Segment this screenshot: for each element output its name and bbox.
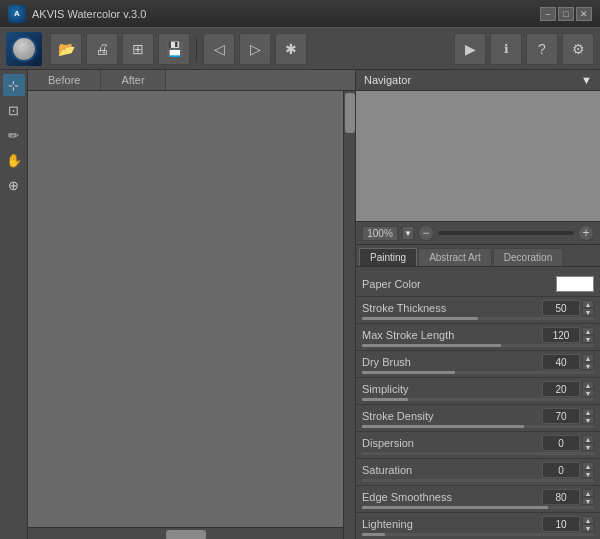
dry-brush-input[interactable] <box>542 354 580 370</box>
batch-button[interactable]: ⊞ <box>122 33 154 65</box>
lightening-input[interactable] <box>542 516 580 532</box>
setting-simplicity: Simplicity ▲ ▼ <box>356 378 600 405</box>
setting-paper-color: Paper Color <box>356 271 600 297</box>
stroke-thickness-spinner: ▲ ▼ <box>582 300 594 316</box>
simplicity-spinner: ▲ ▼ <box>582 381 594 397</box>
tab-abstract-art[interactable]: Abstract Art <box>418 248 492 266</box>
max-stroke-length-input[interactable] <box>542 327 580 343</box>
lightening-up[interactable]: ▲ <box>582 516 594 524</box>
back-button[interactable]: ◁ <box>203 33 235 65</box>
dry-brush-input-row: ▲ ▼ <box>542 354 594 370</box>
stroke-density-input[interactable] <box>542 408 580 424</box>
label-simplicity: Simplicity <box>362 383 542 395</box>
export-button[interactable]: 💾 <box>158 33 190 65</box>
scroll-thumb-h[interactable] <box>166 530 206 539</box>
zoom-tool[interactable]: ⊕ <box>3 174 25 196</box>
prefs-button[interactable]: ⚙ <box>562 33 594 65</box>
play-button[interactable]: ▶ <box>454 33 486 65</box>
zoom-in-button[interactable]: + <box>578 225 594 241</box>
simplicity-slider[interactable] <box>362 398 594 401</box>
settings-button[interactable]: ✱ <box>275 33 307 65</box>
info-button[interactable]: ℹ <box>490 33 522 65</box>
edge-smoothness-input[interactable] <box>542 489 580 505</box>
max-stroke-length-up[interactable]: ▲ <box>582 327 594 335</box>
tab-painting[interactable]: Painting <box>359 248 417 266</box>
stroke-thickness-fill <box>362 317 478 320</box>
simplicity-down[interactable]: ▼ <box>582 389 594 397</box>
setting-dry-brush: Dry Brush ▲ ▼ <box>356 351 600 378</box>
right-panel: Navigator ▼ 100% ▼ − + Painting Abstract… <box>355 70 600 539</box>
max-stroke-length-down[interactable]: ▼ <box>582 335 594 343</box>
saturation-up[interactable]: ▲ <box>582 462 594 470</box>
setting-edge-smoothness: Edge Smoothness ▲ ▼ <box>356 486 600 513</box>
lightening-down[interactable]: ▼ <box>582 524 594 532</box>
stroke-density-slider[interactable] <box>362 425 594 428</box>
crop-tool[interactable]: ⊡ <box>3 99 25 121</box>
max-stroke-length-slider[interactable] <box>362 344 594 347</box>
saturation-spinner: ▲ ▼ <box>582 462 594 478</box>
simplicity-input[interactable] <box>542 381 580 397</box>
dry-brush-down[interactable]: ▼ <box>582 362 594 370</box>
title-buttons: – □ ✕ <box>540 7 592 21</box>
toolbar-sep-1 <box>196 37 197 61</box>
stroke-thickness-up[interactable]: ▲ <box>582 300 594 308</box>
scrollbar-horizontal[interactable] <box>28 527 343 539</box>
setting-stroke-thickness: Stroke Thickness ▲ ▼ <box>356 297 600 324</box>
paper-color-swatch[interactable] <box>556 276 594 292</box>
stroke-thickness-input[interactable] <box>542 300 580 316</box>
edge-smoothness-slider[interactable] <box>362 506 594 509</box>
help-button[interactable]: ? <box>526 33 558 65</box>
dispersion-input[interactable] <box>542 435 580 451</box>
label-max-stroke-length: Max Stroke Length <box>362 329 542 341</box>
stroke-thickness-slider[interactable] <box>362 317 594 320</box>
scrollbar-vertical[interactable] <box>343 91 355 539</box>
hand-tool[interactable]: ✋ <box>3 149 25 171</box>
edge-smoothness-up[interactable]: ▲ <box>582 489 594 497</box>
settings-tabs: Painting Abstract Art Decoration <box>356 245 600 267</box>
simplicity-up[interactable]: ▲ <box>582 381 594 389</box>
scroll-thumb-v[interactable] <box>345 93 355 133</box>
lightening-slider[interactable] <box>362 533 594 536</box>
dry-brush-up[interactable]: ▲ <box>582 354 594 362</box>
main-layout: ⊹ ⊡ ✏ ✋ ⊕ Before After Navigator ▼ <box>0 70 600 539</box>
settings-content: Paper Color Stroke Thickness ▲ ▼ <box>356 267 600 539</box>
setting-dispersion: Dispersion ▲ ▼ <box>356 432 600 459</box>
dry-brush-spinner: ▲ ▼ <box>582 354 594 370</box>
zoom-out-button[interactable]: − <box>418 225 434 241</box>
dispersion-up[interactable]: ▲ <box>582 435 594 443</box>
stroke-density-up[interactable]: ▲ <box>582 408 594 416</box>
stroke-thickness-input-row: ▲ ▼ <box>542 300 594 316</box>
tab-decoration[interactable]: Decoration <box>493 248 563 266</box>
saturation-down[interactable]: ▼ <box>582 470 594 478</box>
setting-lightening: Lightening ▲ ▼ <box>356 513 600 539</box>
dispersion-down[interactable]: ▼ <box>582 443 594 451</box>
dispersion-slider[interactable] <box>362 452 594 455</box>
saturation-slider[interactable] <box>362 479 594 482</box>
stroke-thickness-down[interactable]: ▼ <box>582 308 594 316</box>
tab-after[interactable]: After <box>101 70 165 90</box>
select-tool[interactable]: ⊹ <box>3 74 25 96</box>
minimize-button[interactable]: – <box>540 7 556 21</box>
dry-brush-slider[interactable] <box>362 371 594 374</box>
edge-smoothness-input-row: ▲ ▼ <box>542 489 594 505</box>
tab-before[interactable]: Before <box>28 70 101 90</box>
saturation-input[interactable] <box>542 462 580 478</box>
close-button[interactable]: ✕ <box>576 7 592 21</box>
title-text: AKVIS Watercolor v.3.0 <box>32 8 146 20</box>
navigator-chevron[interactable]: ▼ <box>581 74 592 86</box>
simplicity-fill <box>362 398 408 401</box>
forward-button[interactable]: ▷ <box>239 33 271 65</box>
label-lightening: Lightening <box>362 518 542 530</box>
maximize-button[interactable]: □ <box>558 7 574 21</box>
left-sidebar: ⊹ ⊡ ✏ ✋ ⊕ <box>0 70 28 539</box>
stroke-density-down[interactable]: ▼ <box>582 416 594 424</box>
brush-tool[interactable]: ✏ <box>3 124 25 146</box>
label-stroke-thickness: Stroke Thickness <box>362 302 542 314</box>
print-button[interactable]: 🖨 <box>86 33 118 65</box>
open-button[interactable]: 📂 <box>50 33 82 65</box>
zoom-dropdown[interactable]: ▼ <box>402 226 414 240</box>
navigator-label: Navigator <box>364 74 411 86</box>
edge-smoothness-down[interactable]: ▼ <box>582 497 594 505</box>
zoom-slider[interactable] <box>438 231 574 235</box>
stroke-density-spinner: ▲ ▼ <box>582 408 594 424</box>
